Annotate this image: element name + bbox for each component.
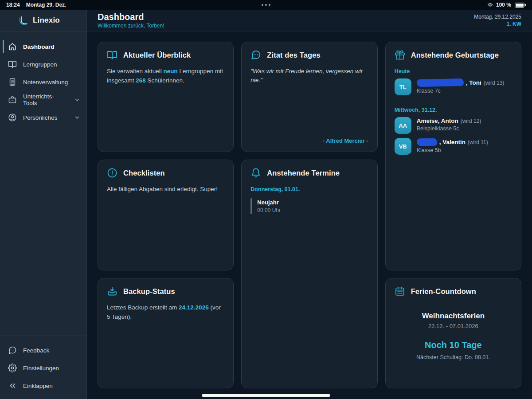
gear-icon — [8, 364, 17, 372]
sidebar-item-einstellungen[interactable]: Einstellungen — [0, 359, 86, 377]
backup-download-icon — [107, 286, 117, 297]
wifi-icon — [487, 2, 493, 8]
battery-percent: 100 % — [496, 2, 511, 8]
student-class: Beispielklasse 5c — [417, 125, 481, 132]
student-count-highlight: 268 — [136, 77, 146, 84]
sidebar-item-dashboard[interactable]: Dashboard — [0, 38, 86, 55]
card-quote[interactable]: Zitat des Tages "Was wir mit Freude lern… — [241, 42, 377, 152]
speech-bubble-icon — [250, 50, 261, 60]
card-checklists[interactable]: Checklisten Alle fälligen Abgaben sind e… — [98, 160, 234, 270]
student-age: (wird 11) — [468, 139, 488, 145]
briefcase-icon — [8, 95, 17, 104]
backup-text: Letztes Backup erstellt am 24.12.2025 (v… — [107, 303, 224, 322]
card-title: Checklisten — [123, 169, 165, 177]
redaction — [416, 138, 437, 146]
quote-author: - Alfred Mercier - — [250, 137, 368, 144]
gift-icon — [395, 50, 405, 60]
page-title: Dashboard — [98, 12, 164, 22]
backup-date-highlight: 24.12.2025 — [179, 304, 209, 311]
multitask-indicator-icon[interactable] — [262, 4, 270, 6]
card-title: Zitat des Tages — [267, 51, 320, 59]
birthday-group-label: Heute — [395, 68, 512, 74]
book-open-icon — [107, 50, 117, 60]
sidebar-item-label: Einklappen — [23, 383, 80, 389]
holiday-name: Weihnachtsferien — [395, 312, 512, 321]
sidebar-item-label: Einstellungen — [23, 365, 80, 372]
dashboard-grid: Aktueller Überblick Sie verwalten aktuel… — [87, 31, 532, 399]
card-overview[interactable]: Aktueller Überblick Sie verwalten aktuel… — [98, 42, 234, 152]
card-title: Anstehende Geburtstage — [411, 51, 499, 59]
card-appointments[interactable]: Anstehende Termine Donnerstag, 01.01. Ne… — [241, 160, 377, 388]
home-indicator[interactable] — [202, 394, 330, 397]
student-name: Ameise, Anton — [417, 117, 458, 124]
group-count-highlight: neun — [164, 68, 178, 74]
card-title: Backup-Status — [123, 287, 175, 296]
sidebar-footer: Feedback Einstellungen — [0, 336, 86, 399]
student-name: , Valentin — [439, 139, 466, 145]
backup-text-part: Letztes Backup erstellt am — [107, 304, 179, 311]
linexio-logo-icon — [18, 15, 28, 26]
overview-text-part: Sie verwalten aktuell — [107, 68, 164, 74]
student-class: Klasse 5b — [417, 147, 488, 153]
redaction — [416, 78, 463, 87]
book-open-icon — [8, 60, 17, 69]
sidebar-item-label: Notenverwaltung — [23, 79, 80, 86]
sidebar-item-notenverwaltung[interactable]: Notenverwaltung — [0, 73, 86, 91]
next-school-day: Nächster Schultag: Do. 08.01. — [395, 354, 512, 360]
student-class: Klasse 7c — [417, 88, 505, 94]
active-indicator — [3, 40, 4, 53]
chat-bubble-icon — [8, 346, 17, 355]
birthday-entry[interactable]: TL , Toni (wird 13) Klasse 7c — [395, 78, 512, 95]
birthday-entry[interactable]: AA Ameise, Anton (wird 12) Beispielklass… — [395, 117, 512, 134]
alert-circle-icon — [107, 168, 117, 178]
sidebar-nav: Dashboard Lerngruppen — [0, 31, 86, 126]
card-holiday-countdown[interactable]: Ferien-Countdown Weihnachtsferien 22.12.… — [385, 278, 521, 388]
card-title: Aktueller Überblick — [123, 51, 191, 59]
avatar: VB — [395, 138, 411, 155]
event-marker — [250, 198, 252, 214]
status-date: Montag 29. Dez. — [26, 2, 66, 8]
header-date: Montag, 29.12.2025 — [474, 14, 521, 20]
sidebar-item-persoenliches[interactable]: Persönliches — [0, 109, 86, 126]
main-area: Dashboard Willkommen zurück, Torben! Mon… — [87, 10, 532, 399]
student-age: (wird 12) — [461, 118, 481, 124]
card-backup[interactable]: Backup-Status Letztes Backup erstellt am… — [98, 278, 234, 388]
welcome-message: Willkommen zurück, Torben! — [98, 23, 164, 29]
card-title: Anstehende Termine — [267, 169, 340, 177]
avatar: TL — [395, 78, 411, 95]
sidebar-item-label: Persönliches — [23, 114, 68, 121]
sidebar-item-label: Dashboard — [23, 43, 80, 50]
event-item[interactable]: Neujahr 00:00 Uhr — [250, 198, 368, 214]
sidebar-item-lerngruppen[interactable]: Lerngruppen — [0, 55, 86, 73]
birthday-entry[interactable]: VB , Valentin (wird 11) Klasse 5b — [395, 138, 512, 155]
brand-name: Linexio — [33, 16, 60, 25]
sidebar-header: Linexio — [0, 10, 86, 31]
page-header: Dashboard Willkommen zurück, Torben! Mon… — [87, 10, 532, 31]
sidebar-item-label: Unterrichts-Tools — [23, 93, 68, 106]
overview-text: Sie verwalten aktuell neun Lerngruppen m… — [107, 67, 224, 86]
holiday-countdown: Noch 10 Tage — [395, 340, 512, 350]
sidebar-item-unterrichts-tools[interactable]: Unterrichts-Tools — [0, 91, 86, 109]
overview-text-part: SchülerInnen. — [146, 77, 184, 84]
sidebar-item-einklappen[interactable]: Einklappen — [0, 377, 86, 395]
chevron-down-icon — [74, 114, 80, 121]
student-age: (wird 13) — [484, 80, 505, 86]
avatar: AA — [395, 117, 411, 134]
sidebar-item-label: Lerngruppen — [23, 61, 80, 68]
sidebar-item-feedback[interactable]: Feedback — [0, 341, 86, 359]
appointment-date-label: Donnerstag, 01.01. — [250, 186, 368, 192]
battery-icon — [514, 3, 526, 8]
holiday-date-range: 22.12. - 07.01.2026 — [395, 323, 512, 329]
collapse-sidebar-icon — [8, 381, 17, 390]
sidebar: Linexio Dashboard — [0, 10, 87, 399]
birthday-group-label: Mittwoch, 31.12. — [395, 107, 512, 113]
ipad-screen: 18:24 Montag 29. Dez. 100 % — [0, 0, 532, 399]
sidebar-item-label: Feedback — [23, 347, 80, 354]
card-title: Ferien-Countdown — [411, 287, 476, 296]
calendar-week: 1. KW — [474, 21, 521, 27]
card-birthdays[interactable]: Anstehende Geburtstage Heute TL , Toni (… — [385, 42, 521, 270]
calendar-icon — [395, 286, 405, 297]
home-icon — [8, 42, 17, 51]
status-bar: 18:24 Montag 29. Dez. 100 % — [0, 0, 532, 10]
quote-text: "Was wir mit Freude lernen, vergessen wi… — [250, 67, 368, 85]
